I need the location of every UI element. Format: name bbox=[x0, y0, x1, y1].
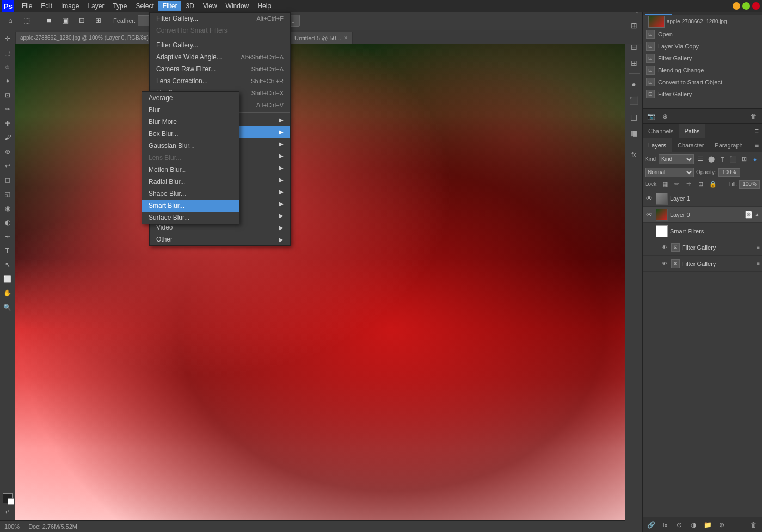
menu-camera-raw[interactable]: Camera Raw Filter... Shift+Ctrl+A bbox=[150, 63, 290, 75]
blur-smart[interactable]: Smart Blur... bbox=[142, 200, 239, 212]
marquee-button[interactable]: ⬚ bbox=[20, 14, 34, 28]
blur-gaussian[interactable]: Gaussian Blur... bbox=[142, 140, 239, 152]
move-tool[interactable]: ✛ bbox=[1, 32, 14, 45]
tab-untitled5-close[interactable]: ✕ bbox=[343, 35, 348, 41]
blur-radial[interactable]: Radial Blur... bbox=[142, 176, 239, 188]
cp-menu-icon[interactable]: ≡ bbox=[751, 124, 762, 138]
blur-shape[interactable]: Shape Blur... bbox=[142, 188, 239, 200]
filter-shape-icon[interactable]: ⬛ bbox=[728, 154, 738, 164]
menu-other[interactable]: Other ▶ bbox=[150, 233, 290, 245]
close-button[interactable]: ✕ bbox=[752, 2, 760, 10]
lock-transparent-button[interactable]: ▦ bbox=[660, 180, 670, 189]
history-item-layer-via-copy[interactable]: ⊡ Layer Via Copy bbox=[643, 40, 762, 52]
tab-paragraph[interactable]: Paragraph bbox=[709, 138, 748, 152]
menu-adaptive-wide[interactable]: Adaptive Wide Angle... Alt+Shift+Ctrl+A bbox=[150, 51, 290, 63]
lasso-tool[interactable]: ⌾ bbox=[1, 60, 14, 73]
menu-lens-correction[interactable]: Lens Correction... Shift+Ctrl+R bbox=[150, 75, 290, 87]
layers-icon[interactable]: ⊞ bbox=[627, 56, 641, 70]
brush-tool[interactable]: 🖌 bbox=[1, 131, 14, 144]
menu-window[interactable]: Window bbox=[222, 1, 254, 11]
filter1-visibility[interactable]: 👁 bbox=[660, 243, 669, 252]
blur-motion[interactable]: Motion Blur... bbox=[142, 164, 239, 176]
patterns-icon[interactable]: ▦ bbox=[627, 126, 641, 140]
layer0-expand[interactable]: ▲ bbox=[754, 212, 760, 218]
selection-tool[interactable]: ⬚ bbox=[1, 46, 14, 59]
blur-box[interactable]: Box Blur... bbox=[142, 128, 239, 140]
tab-layers[interactable]: Layers bbox=[643, 138, 672, 152]
group-button[interactable]: 📁 bbox=[702, 519, 714, 531]
eraser-tool[interactable]: ◻ bbox=[1, 174, 14, 187]
filter2-options[interactable]: ≡ bbox=[757, 261, 760, 267]
blur-blur[interactable]: Blur bbox=[142, 104, 239, 116]
crop-tool[interactable]: ⊡ bbox=[1, 89, 14, 102]
menu-3d[interactable]: 3D bbox=[181, 1, 198, 11]
adjustment-button[interactable]: ◑ bbox=[687, 519, 699, 531]
zoom-tool[interactable]: 🔍 bbox=[1, 301, 14, 314]
menu-edit[interactable]: Edit bbox=[36, 1, 57, 11]
tab-channels[interactable]: Channels bbox=[643, 124, 679, 138]
clone-tool[interactable]: ⊕ bbox=[1, 145, 14, 158]
filter1-options[interactable]: ≡ bbox=[757, 244, 760, 250]
history-item-blending[interactable]: ⊡ Blending Change bbox=[643, 64, 762, 76]
artboard-button[interactable]: ⊡ bbox=[75, 14, 89, 28]
smart-filters-item[interactable]: Smart Filters bbox=[643, 223, 762, 239]
blend-mode-select[interactable]: Normal bbox=[645, 168, 694, 177]
history-item-smart-obj[interactable]: ⊡ Convert to Smart Object bbox=[643, 76, 762, 88]
swap-colors-button[interactable]: ⇄ bbox=[1, 505, 14, 518]
hand-tool[interactable]: ✋ bbox=[1, 287, 14, 300]
delete-state-button[interactable]: 🗑 bbox=[748, 110, 760, 122]
history-item-open[interactable]: ⊡ Open bbox=[643, 28, 762, 40]
menu-layer[interactable]: Layer bbox=[83, 1, 108, 11]
new-layer-button[interactable]: ⊕ bbox=[716, 519, 728, 531]
kind-select[interactable]: Kind bbox=[659, 154, 694, 164]
shape-tool[interactable]: ⬜ bbox=[1, 273, 14, 286]
menu-filter-gallery[interactable]: Filter Gallery... bbox=[150, 39, 290, 51]
filter-pixel-icon[interactable]: ☰ bbox=[696, 154, 705, 164]
menu-filter[interactable]: Filter bbox=[158, 1, 182, 11]
lock-all-button[interactable]: 🔒 bbox=[708, 180, 718, 189]
single-col-button[interactable]: ▣ bbox=[58, 14, 72, 28]
filter2-visibility[interactable]: 👁 bbox=[660, 259, 669, 268]
blur-surface[interactable]: Surface Blur... bbox=[142, 212, 239, 224]
link-layers-button[interactable]: 🔗 bbox=[645, 519, 657, 531]
filter-toggle[interactable]: ● bbox=[750, 154, 760, 164]
filter-gallery-item1[interactable]: 👁 ⊡ Filter Gallery ≡ bbox=[643, 239, 762, 256]
blur-average[interactable]: Average bbox=[142, 92, 239, 104]
menu-help[interactable]: Help bbox=[253, 1, 275, 11]
menu-select[interactable]: Select bbox=[131, 1, 158, 11]
dodge-tool[interactable]: ◐ bbox=[1, 216, 14, 229]
menu-view[interactable]: View bbox=[199, 1, 222, 11]
add-style-button[interactable]: fx bbox=[659, 519, 671, 531]
history-item-filter-gallery1[interactable]: ⊡ Filter Gallery bbox=[643, 52, 762, 64]
layer-item-layer1[interactable]: 👁 Layer 1 bbox=[643, 190, 762, 207]
path-select-tool[interactable]: ↖ bbox=[1, 258, 14, 271]
minimize-button[interactable]: — bbox=[733, 2, 740, 10]
new-snapshot-button[interactable]: 📷 bbox=[645, 110, 657, 122]
layer0-visibility[interactable]: 👁 bbox=[645, 211, 654, 219]
magic-wand-tool[interactable]: ✦ bbox=[1, 75, 14, 88]
tab-character[interactable]: Character bbox=[672, 138, 709, 152]
lock-artboard-button[interactable]: ⊡ bbox=[696, 180, 706, 189]
swatches-icon[interactable]: ⬛ bbox=[627, 94, 641, 108]
create-new-doc-button[interactable]: ⊕ bbox=[659, 110, 671, 122]
blur-more[interactable]: Blur More bbox=[142, 116, 239, 128]
lock-position-button[interactable]: ✛ bbox=[684, 180, 694, 189]
healing-tool[interactable]: ✚ bbox=[1, 117, 14, 130]
menu-file[interactable]: File bbox=[17, 1, 36, 11]
menu-type[interactable]: Type bbox=[108, 1, 131, 11]
filter-adjustment-icon[interactable]: ⬤ bbox=[706, 154, 716, 164]
type-tool[interactable]: T bbox=[1, 244, 14, 257]
fx-icon[interactable]: fx bbox=[627, 147, 641, 162]
home-button[interactable]: ⌂ bbox=[3, 14, 17, 28]
tab-paths[interactable]: Paths bbox=[679, 124, 705, 138]
gradient-icon[interactable]: ◫ bbox=[627, 110, 641, 124]
menu-filter-gallery-top[interactable]: Filter Gallery... Alt+Ctrl+F bbox=[150, 13, 290, 24]
pen-tool[interactable]: ✒ bbox=[1, 230, 14, 243]
lock-pixels-button[interactable]: ✏ bbox=[672, 180, 682, 189]
filter-gallery-item2[interactable]: 👁 ⊡ Filter Gallery ≡ bbox=[643, 256, 762, 272]
layer-item-layer0[interactable]: 👁 Layer 0 ⚙ ▲ bbox=[643, 207, 762, 223]
eyedropper-tool[interactable]: ✏ bbox=[1, 103, 14, 116]
delete-layer-button[interactable]: 🗑 bbox=[748, 519, 760, 531]
history-brush-tool[interactable]: ↩ bbox=[1, 159, 14, 172]
fill-input[interactable] bbox=[739, 180, 760, 189]
